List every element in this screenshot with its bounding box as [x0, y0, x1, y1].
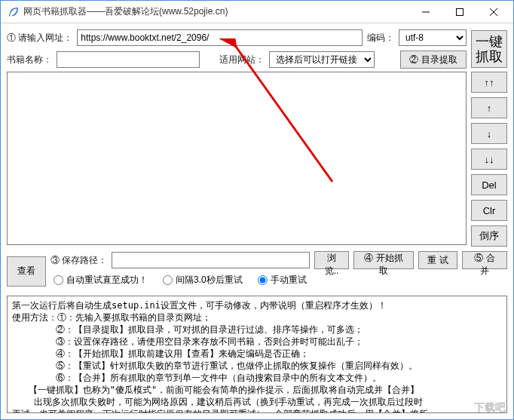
site-label: 适用网站： [219, 54, 265, 66]
log-textarea[interactable]: 第一次运行后将自动生成setup.ini设置文件，可手动修改，内带说明（重启程序… [7, 296, 507, 413]
svg-rect-0 [456, 8, 463, 15]
move-bottom-button[interactable]: ↓↓ [471, 149, 507, 170]
minimize-button[interactable] [408, 1, 442, 23]
savepath-label: ③ 保存路径： [50, 254, 107, 267]
savepath-input[interactable] [112, 252, 310, 268]
retry-button[interactable]: 重 试 [418, 251, 457, 269]
site-select[interactable]: 选择后可以打开链接 [269, 51, 375, 68]
maximize-button[interactable] [442, 1, 476, 23]
app-icon [7, 6, 19, 18]
move-down-button[interactable]: ↓ [471, 123, 507, 144]
bookname-input[interactable] [57, 51, 200, 68]
move-up-button[interactable]: ↑ [471, 97, 507, 118]
url-input[interactable] [77, 29, 363, 46]
onekey-grab-button[interactable]: 一键 抓取 [471, 30, 507, 68]
view-button[interactable]: 查看 [7, 256, 46, 287]
radio-interval-retry[interactable]: 间隔3.0秒后重试 [163, 274, 243, 287]
radio-auto-retry[interactable]: 自动重试直至成功！ [54, 274, 148, 287]
radio-manual-retry[interactable]: 手动重试 [258, 274, 307, 287]
clear-button[interactable]: Clr [471, 200, 507, 221]
move-top-button[interactable]: ↑↑ [471, 72, 507, 93]
titlebar: 网页书籍抓取器——吾爱破解论坛(www.52pojie.cn) [1, 1, 513, 23]
bookname-label: 书籍名称： [7, 54, 52, 66]
reverse-button[interactable]: 倒序 [471, 225, 507, 247]
dir-extract-button[interactable]: ② 目录提取 [400, 51, 467, 69]
url-label: ① 请输入网址： [7, 32, 72, 44]
merge-button[interactable]: ⑤ 合并 [462, 251, 507, 269]
browse-button[interactable]: 浏览.. [314, 251, 349, 269]
delete-button[interactable]: Del [471, 174, 507, 195]
start-grab-button[interactable]: ④ 开始抓取 [353, 251, 414, 269]
window-title: 网页书籍抓取器——吾爱破解论坛(www.52pojie.cn) [23, 5, 408, 18]
close-button[interactable] [476, 1, 510, 23]
encoding-label: 编码： [367, 32, 394, 44]
encoding-select[interactable]: utf-8 [399, 29, 467, 46]
chapter-listbox[interactable] [7, 72, 467, 245]
